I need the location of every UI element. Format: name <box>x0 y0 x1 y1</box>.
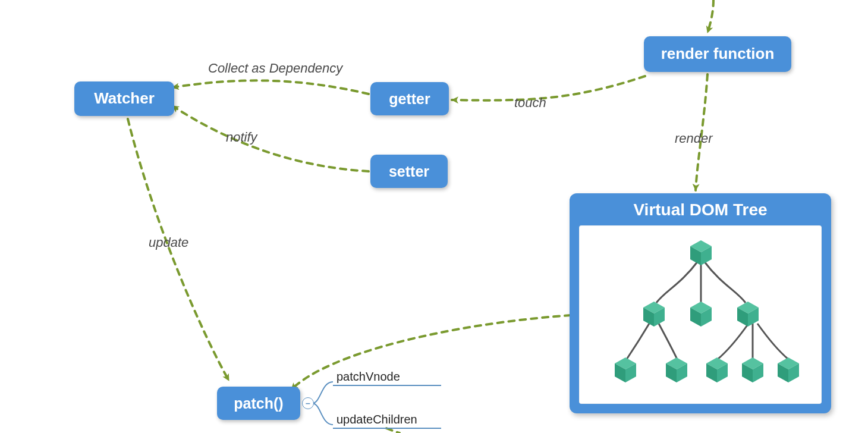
mindmap-collapse-toggle[interactable]: – <box>302 397 314 409</box>
mindmap-branch-updatechildren: updateChildren <box>333 413 441 429</box>
arrow-getter-to-watcher <box>172 80 369 94</box>
node-render-function-label: render function <box>661 45 775 63</box>
node-render-function: render function <box>644 36 791 72</box>
panel-virtual-dom-tree: Virtual DOM Tree <box>570 193 831 413</box>
edge-label-render: render <box>675 131 713 146</box>
node-patch: patch() <box>217 387 300 420</box>
arrow-patch-below-stub <box>386 428 400 433</box>
edge-label-touch: touch <box>514 95 546 111</box>
mindmap-branch-patchvnode: patchVnode <box>333 370 441 386</box>
node-getter: getter <box>370 82 449 115</box>
node-setter: setter <box>370 155 448 188</box>
mindmap-toggle-symbol: – <box>306 399 310 407</box>
mindmap-branch-updatechildren-label: updateChildren <box>333 413 441 429</box>
node-setter-label: setter <box>389 162 429 180</box>
arrow-setter-to-watcher <box>172 106 369 171</box>
arrow-render-to-getter <box>452 76 645 101</box>
tree-illustration <box>579 225 822 404</box>
panel-virtual-dom-tree-title: Virtual DOM Tree <box>633 200 767 219</box>
node-getter-label: getter <box>389 90 430 108</box>
edge-label-update: update <box>149 235 188 250</box>
edge-label-notify: notify <box>226 130 257 145</box>
edge-label-collect: Collect as Dependency <box>208 61 342 76</box>
node-patch-label: patch() <box>234 394 283 412</box>
node-watcher-label: Watcher <box>94 89 155 108</box>
mindmap-branch-patchvnode-label: patchVnode <box>333 370 441 386</box>
panel-virtual-dom-tree-body <box>579 225 822 404</box>
arrow-entry-to-render-function <box>707 0 713 33</box>
node-watcher: Watcher <box>74 81 174 116</box>
tree-cubes <box>615 240 799 382</box>
